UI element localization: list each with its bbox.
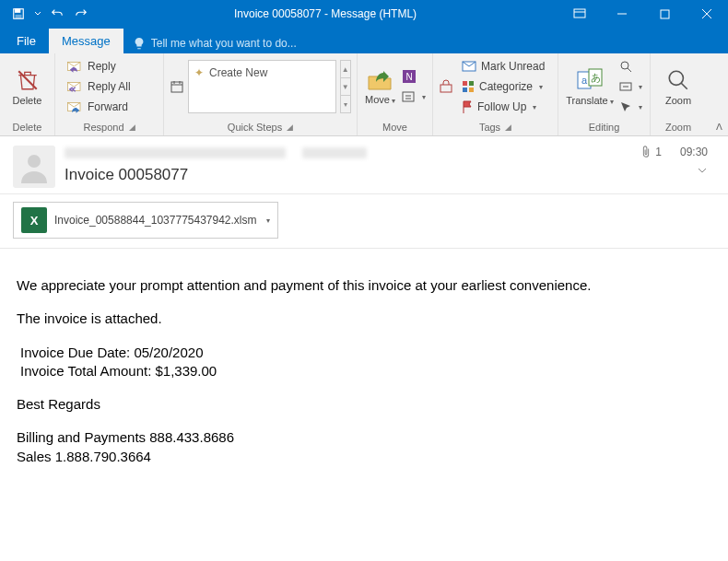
calendar-icon[interactable]: [170, 79, 184, 94]
quicksteps-launcher[interactable]: ◢: [287, 123, 293, 132]
received-time: 09:30: [680, 146, 708, 158]
group-zoom-label: Zoom: [651, 120, 706, 135]
body-line: We appreciate your prompt attention and …: [17, 276, 711, 295]
related-icon: [619, 80, 632, 93]
select-icon: [619, 100, 632, 113]
reply-button[interactable]: Reply: [61, 56, 158, 76]
svg-rect-2: [16, 15, 22, 18]
minimize-icon[interactable]: [601, 0, 643, 28]
close-icon[interactable]: [686, 0, 728, 28]
onenote-button[interactable]: N: [399, 66, 428, 87]
lightbulb-icon: [133, 37, 146, 50]
categorize-button[interactable]: Categorize▾: [456, 76, 552, 97]
paperclip-icon: [640, 146, 652, 158]
svg-rect-3: [574, 9, 585, 18]
menubar: File Message Tell me what you want to do…: [0, 28, 728, 53]
redo-icon[interactable]: [70, 3, 92, 25]
translate-icon: aあ: [577, 68, 603, 92]
attachment-indicator[interactable]: 1: [640, 146, 662, 158]
body-line: Best Regards: [17, 395, 711, 414]
group-delete-label: Delete: [0, 120, 54, 135]
svg-point-27: [669, 71, 683, 85]
quickstep-up[interactable]: ▲: [340, 60, 351, 77]
mark-unread-button[interactable]: Mark Unread: [456, 56, 552, 76]
undo-icon[interactable]: [46, 3, 68, 25]
svg-text:a: a: [581, 75, 588, 86]
svg-text:あ: あ: [591, 72, 601, 83]
body-line: Invoice Due Date: 05/20/2020: [20, 344, 711, 362]
quickstep-down[interactable]: ▼: [340, 77, 351, 95]
body-line: Sales 1.888.790.3664: [17, 448, 711, 466]
select-button[interactable]: ▾: [617, 97, 644, 117]
from-line: [65, 146, 631, 160]
actions-button[interactable]: ▾: [399, 87, 428, 107]
actions-icon: [401, 89, 416, 104]
subject: Invoice 00058077: [65, 166, 631, 184]
avatar-icon: [18, 150, 51, 183]
sender-avatar: [13, 146, 55, 188]
collapse-ribbon-icon[interactable]: ᐱ: [716, 122, 722, 132]
svg-point-28: [28, 155, 41, 168]
attachment-name: Invoice_00588844_1037775437942.xlsm: [54, 214, 257, 227]
expand-header-icon[interactable]: [697, 166, 708, 175]
forward-icon: [66, 100, 83, 113]
svg-rect-5: [661, 10, 669, 18]
attachment-item[interactable]: X Invoice_00588844_1037775437942.xlsm ▾: [13, 202, 278, 239]
message-body: We appreciate your prompt attention and …: [0, 249, 728, 494]
related-button[interactable]: ▾: [617, 76, 644, 97]
tab-file[interactable]: File: [4, 29, 49, 53]
excel-icon: X: [21, 207, 47, 233]
svg-rect-11: [171, 82, 182, 92]
attachment-bar: X Invoice_00588844_1037775437942.xlsm ▾: [0, 194, 728, 249]
svg-text:N: N: [405, 72, 412, 82]
body-line: The invoice is attached.: [17, 310, 711, 328]
flag-icon: [462, 100, 473, 113]
reply-all-button[interactable]: Reply All: [61, 76, 158, 97]
forward-button[interactable]: Forward: [61, 97, 158, 117]
tell-me-search[interactable]: Tell me what you want to do...: [123, 37, 306, 50]
window-title: Invoice 00058077 - Message (HTML): [92, 7, 558, 20]
svg-rect-15: [440, 85, 452, 92]
svg-rect-1: [16, 9, 20, 13]
policy-icon: [439, 79, 453, 94]
maximize-icon[interactable]: [643, 0, 686, 28]
save-icon[interactable]: [7, 3, 29, 25]
body-line: Invoice Total Amount: $1,339.00: [20, 362, 711, 380]
svg-point-25: [621, 62, 628, 69]
svg-rect-17: [463, 81, 467, 86]
svg-rect-18: [469, 81, 474, 86]
ribbon-display-icon[interactable]: [558, 0, 601, 28]
assign-policy-button[interactable]: [439, 79, 454, 94]
group-move-label: Move: [358, 120, 432, 135]
qat-dropdown-icon[interactable]: [31, 3, 44, 25]
respond-launcher[interactable]: ◢: [129, 123, 135, 132]
message-header: Invoice 00058077 1 09:30: [0, 136, 728, 194]
move-icon: [367, 69, 393, 91]
titlebar: Invoice 00058077 - Message (HTML): [0, 0, 728, 28]
find-icon: [619, 60, 632, 73]
move-button[interactable]: Move▾: [363, 56, 397, 117]
find-button[interactable]: [617, 56, 644, 76]
svg-rect-20: [469, 88, 474, 92]
categorize-icon: [462, 80, 475, 93]
onenote-icon: N: [401, 68, 417, 85]
delete-button[interactable]: Delete: [6, 56, 49, 117]
reply-icon: [66, 60, 83, 73]
tags-launcher[interactable]: ◢: [505, 123, 511, 132]
zoom-icon: [666, 68, 690, 92]
delete-icon: [16, 68, 40, 92]
zoom-button[interactable]: Zoom: [656, 56, 700, 117]
group-editing-label: Editing: [558, 120, 650, 135]
mark-unread-icon: [462, 61, 476, 72]
svg-rect-14: [403, 92, 414, 101]
attachment-dropdown-icon[interactable]: ▾: [266, 216, 270, 225]
follow-up-button[interactable]: Follow Up▾: [456, 97, 552, 117]
group-tags-label: Tags: [479, 122, 500, 133]
translate-button[interactable]: aあ Translate▾: [564, 56, 616, 117]
tab-message[interactable]: Message: [49, 29, 123, 53]
quickstep-create-new[interactable]: ✦Create New: [188, 60, 336, 113]
group-respond-label: Respond: [83, 122, 123, 133]
reply-all-icon: [66, 80, 83, 93]
quickstep-more[interactable]: ▾: [340, 95, 351, 113]
body-line: Billing and Payments 888.433.8686: [17, 428, 711, 447]
